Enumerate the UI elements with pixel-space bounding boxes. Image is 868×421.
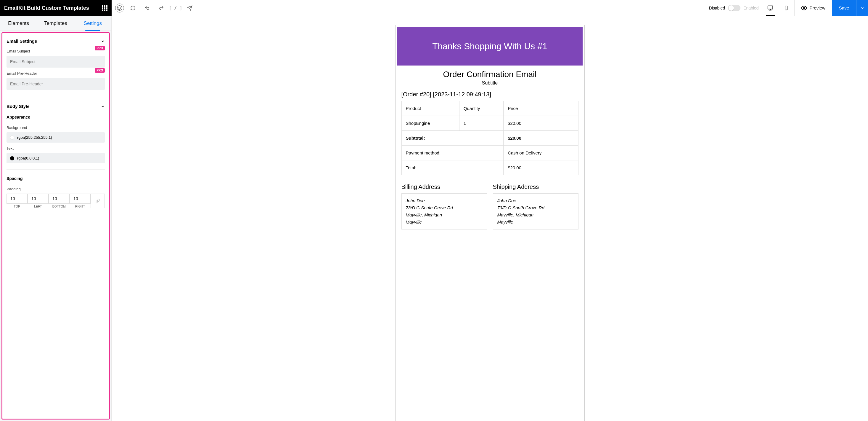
pro-badge: PRO (95, 46, 105, 50)
tab-elements[interactable]: Elements (0, 16, 37, 31)
save-button[interactable]: Save (832, 0, 856, 16)
shipping-title[interactable]: Shipping Address (493, 184, 579, 190)
disabled-label: Disabled (709, 6, 725, 10)
email-subtitle[interactable]: Subtitle (397, 80, 583, 86)
table-row: Subtotal: $20.00 (401, 131, 578, 146)
apps-grid-icon[interactable] (102, 5, 107, 11)
spacing-heading: Spacing (2, 174, 109, 185)
chevron-down-icon (101, 39, 105, 43)
shortcode-icon[interactable]: [ / ] (168, 0, 183, 16)
canvas[interactable]: Thanks Shopping With Us #1 Order Confirm… (112, 16, 868, 421)
save-dropdown-icon[interactable] (856, 0, 868, 16)
refresh-icon[interactable] (126, 0, 140, 16)
email-preview[interactable]: Thanks Shopping With Us #1 Order Confirm… (395, 25, 585, 421)
desktop-device-icon[interactable] (762, 0, 778, 16)
undo-icon[interactable] (140, 0, 154, 16)
text-color-input[interactable]: rgba(0,0,0,1) (6, 153, 105, 163)
table-row: Total: $20.00 (401, 160, 578, 175)
order-table[interactable]: Product Quantity Price ShopEngine 1 $20.… (401, 101, 579, 175)
brand-title: EmailKit Build Custom Templates (4, 5, 89, 11)
appearance-heading: Appearance (2, 112, 109, 123)
preview-label: Preview (809, 5, 825, 10)
link-values-icon[interactable] (91, 194, 105, 208)
email-subject-input[interactable] (6, 56, 105, 67)
padding-top-input[interactable] (6, 194, 28, 204)
billing-title[interactable]: Billing Address (401, 184, 487, 190)
svg-rect-1 (768, 6, 773, 9)
text-color-label: Text (6, 146, 105, 150)
email-title[interactable]: Order Confirmation Email (397, 70, 583, 79)
enable-toggle[interactable] (728, 5, 740, 11)
background-label: Background (6, 125, 105, 130)
subject-label: Email Subject (6, 49, 105, 53)
color-swatch-icon (10, 156, 14, 160)
mobile-device-icon[interactable] (778, 0, 794, 16)
svg-point-3 (803, 7, 805, 8)
padding-right-input[interactable] (69, 194, 91, 204)
send-icon[interactable] (183, 0, 197, 16)
enabled-label: Enabled (743, 6, 758, 10)
pro-badge: PRO (95, 68, 105, 73)
table-row: Product Quantity Price (401, 101, 578, 116)
topbar: [ / ] Disabled Enabled Preview (112, 0, 868, 16)
background-color-input[interactable]: rgba(255,255,255,1) (6, 132, 105, 143)
sidebar: Elements Templates Settings Email Settin… (0, 16, 112, 421)
color-swatch-icon (10, 136, 14, 140)
padding-left-input[interactable] (28, 194, 49, 204)
body-style-section[interactable]: Body Style (2, 100, 109, 112)
email-hero[interactable]: Thanks Shopping With Us #1 (397, 27, 583, 65)
email-preheader-input[interactable] (6, 78, 105, 90)
chevron-down-icon (101, 104, 105, 109)
preheader-label: Email Pre-Header (6, 71, 105, 76)
shipping-address[interactable]: John Doe 73/D G South Grove Rd Mayville,… (493, 193, 579, 229)
enable-toggle-group: Disabled Enabled (709, 5, 762, 11)
tab-settings[interactable]: Settings (74, 16, 111, 31)
settings-panel: Email Settings Email Subject PRO Email P… (1, 32, 110, 420)
tab-templates[interactable]: Templates (37, 16, 74, 31)
order-meta[interactable]: [Order #20] [2023-11-12 09:49:13] (401, 91, 579, 98)
table-row: ShopEngine 1 $20.00 (401, 116, 578, 131)
brand-bar: EmailKit Build Custom Templates (0, 0, 112, 16)
padding-bottom-input[interactable] (49, 194, 69, 204)
billing-address[interactable]: John Doe 73/D G South Grove Rd Mayville,… (401, 193, 487, 229)
wordpress-icon[interactable] (112, 0, 126, 16)
padding-label: Padding (6, 187, 105, 191)
redo-icon[interactable] (154, 0, 168, 16)
table-row: Payment method: Cash on Delivery (401, 146, 578, 160)
email-settings-section[interactable]: Email Settings (2, 35, 109, 47)
preview-button[interactable]: Preview (795, 0, 832, 16)
